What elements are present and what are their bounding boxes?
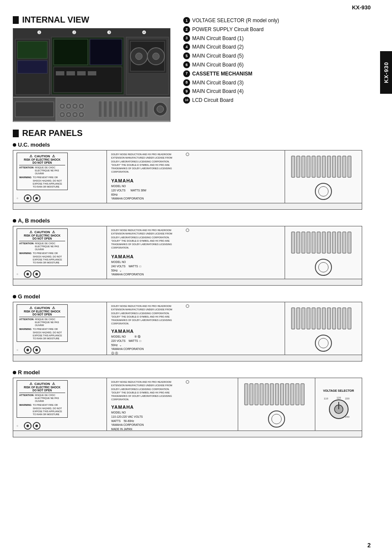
svg-rect-62 xyxy=(297,232,300,253)
svg-rect-70 xyxy=(337,232,341,253)
img-label-8: ❽ xyxy=(102,121,106,122)
panel-right-r xyxy=(238,378,315,431)
r-model-section: R model ⚠ CAUTION ⚠ RISK OF ELECTRIC SHO… xyxy=(13,369,371,437)
svg-point-32 xyxy=(67,113,70,116)
svg-rect-40 xyxy=(114,101,117,117)
svg-rect-42 xyxy=(124,101,127,117)
svg-rect-56 xyxy=(327,156,331,177)
svg-rect-65 xyxy=(312,232,315,253)
bullet-r xyxy=(13,371,16,374)
uc-rear-panel: ⚠ CAUTION ⚠ RISK OF ELECTRIC SHOCKDO NOT… xyxy=(13,150,362,203)
svg-rect-4 xyxy=(54,39,88,65)
panel-center-r: DOLBY NOISE REDUCTION AND HX PRO HEADROO… xyxy=(107,378,238,431)
rear-panels-section: REAR PANELS U.C. models ⚠ CAUTION xyxy=(13,128,371,437)
circuit-background xyxy=(13,29,170,97)
vertical-inputs-r-svg xyxy=(242,382,311,407)
svg-point-15 xyxy=(135,53,142,60)
jack-row-1: ○ xyxy=(17,194,103,202)
svg-rect-8 xyxy=(66,71,75,75)
svg-rect-10 xyxy=(88,71,96,75)
internal-view-title: INTERNAL VIEW xyxy=(13,15,175,25)
circular-port-inner-g xyxy=(318,338,329,348)
svg-rect-20 xyxy=(15,102,54,117)
rca-jack-2 xyxy=(33,194,40,202)
list-item: 10 LCD Circuit Board xyxy=(183,97,371,104)
component-num-6: 6 xyxy=(183,61,190,68)
svg-rect-59 xyxy=(343,156,346,177)
svg-rect-84 xyxy=(348,308,351,329)
ab-model-section: A, B models ⚠ CAUTION ⚠ RISK OF ELECTRIC… xyxy=(13,217,371,286)
r-right-combined: VOLTAGE SELECTOR 110 120 220 240 xyxy=(238,378,362,431)
component-num-5: 5 xyxy=(183,52,190,59)
svg-rect-75 xyxy=(302,308,305,329)
svg-point-17 xyxy=(153,53,159,60)
svg-point-22 xyxy=(61,105,63,107)
yamaha-r: YAMAHA MODEL NO 110-120-220 VAC VOLTS WA… xyxy=(111,404,233,431)
svg-rect-37 xyxy=(98,101,102,117)
svg-rect-43 xyxy=(129,101,133,117)
component-num-4: 4 xyxy=(183,43,190,50)
rca-jack-g-2 xyxy=(33,346,40,354)
g-rear-panel: ⚠ CAUTION ⚠ RISK OF ELECTRIC SHOCKDO NOT… xyxy=(13,302,362,355)
circuit-svg xyxy=(13,29,170,97)
component-label-4: MAIN Circuit Board (2) xyxy=(192,43,244,51)
svg-point-24 xyxy=(67,105,70,107)
img-label-3: ❸ xyxy=(107,30,111,35)
vertical-inputs-uc xyxy=(289,154,357,181)
yamaha-logo-ab: YAMAHA xyxy=(111,253,280,260)
svg-rect-38 xyxy=(104,101,107,117)
img-label-1: ❶ xyxy=(37,30,41,35)
circular-port-inner-ab xyxy=(318,262,329,272)
dolby-text-ab: DOLBY NOISE REDUCTION AND HX PRO HEADROO… xyxy=(111,228,280,250)
component-label-5: MAIN Circuit Board (5) xyxy=(192,52,244,60)
ab-model-label: A, B models xyxy=(13,217,371,224)
svg-rect-85 xyxy=(245,384,248,405)
attention-text: RISQUE DE CHOC ELECTRIQUE NE PAS OUVRIR xyxy=(35,166,65,175)
svg-rect-55 xyxy=(322,156,326,177)
svg-rect-96 xyxy=(301,384,304,405)
svg-rect-63 xyxy=(302,232,305,253)
img-label-7: ❼ xyxy=(77,121,81,122)
component-label-3: MAIN Circuit Board (1) xyxy=(192,35,244,42)
svg-text:110: 110 xyxy=(324,397,329,400)
tri-ab-r: ⚠ xyxy=(52,230,55,234)
svg-rect-52 xyxy=(307,156,310,177)
svg-rect-41 xyxy=(119,101,122,117)
att-row-ab: ATTENTION RISQUE DE CHOC ELECTRIQUE NE P… xyxy=(19,242,65,251)
rca-jack-ab-1 xyxy=(24,270,32,278)
left-panel: INTERNAL VIEW ❶ ❷ ❸ ❹ xyxy=(13,15,175,122)
list-item: 6 MAIN Circuit Board (6) xyxy=(183,61,371,69)
svg-rect-51 xyxy=(302,156,305,177)
component-num-3: 3 xyxy=(183,35,190,42)
caution-box-r: ⚠ CAUTION ⚠ RISK OF ELECTRIC SHOCKDO NOT… xyxy=(17,380,68,418)
svg-rect-88 xyxy=(260,384,263,405)
svg-rect-66 xyxy=(317,232,320,253)
bottom-strip-uc xyxy=(13,203,362,210)
rca-jack-g-1 xyxy=(24,346,32,354)
list-item: 2 POWER SUPPLY Circuit Board xyxy=(183,26,371,33)
svg-rect-1 xyxy=(17,41,47,58)
svg-rect-45 xyxy=(139,101,143,117)
svg-rect-80 xyxy=(327,308,331,329)
panel-left-uc: ⚠ CAUTION ⚠ RISK OF ELECTRIC SHOCKDO NOT… xyxy=(13,150,107,203)
circular-port-g xyxy=(315,335,332,352)
dolby-text-g: DOLBY NOISE REDUCTION AND HX PRO HEADROO… xyxy=(111,304,280,326)
list-item: 3 MAIN Circuit Board (1) xyxy=(183,35,371,42)
component-label-9: MAIN Circuit Board (4) xyxy=(192,88,244,95)
yamaha-logo-r: YAMAHA xyxy=(111,404,233,411)
svg-rect-73 xyxy=(291,308,295,329)
internal-view-section: INTERNAL VIEW ❶ ❷ ❸ ❹ xyxy=(13,15,371,122)
svg-rect-77 xyxy=(312,308,315,329)
voltage-selector-panel: VOLTAGE SELECTOR 110 120 220 240 xyxy=(315,378,362,431)
vertical-inputs-g-svg xyxy=(289,306,357,331)
component-label-6: MAIN Circuit Board (6) xyxy=(192,61,244,69)
risk-ab: RISK OF ELECTRIC SHOCKDO NOT OPEN xyxy=(19,234,65,240)
r-rear-panel: ⚠ CAUTION ⚠ RISK OF ELECTRIC SHOCKDO NOT… xyxy=(13,378,362,431)
panel-left-r: ⚠ CAUTION ⚠ RISK OF ELECTRIC SHOCKDO NOT… xyxy=(13,378,107,431)
dolby-text: DOLBY NOISE REDUCTION AND HX PRO HEADROO… xyxy=(111,153,280,174)
page-number: 2 xyxy=(367,542,371,549)
component-num-8: 8 xyxy=(183,79,190,86)
top-screw-r xyxy=(186,380,189,384)
vertical-inputs-svg xyxy=(289,154,357,179)
uc-model-name: U.C. models xyxy=(18,142,50,148)
